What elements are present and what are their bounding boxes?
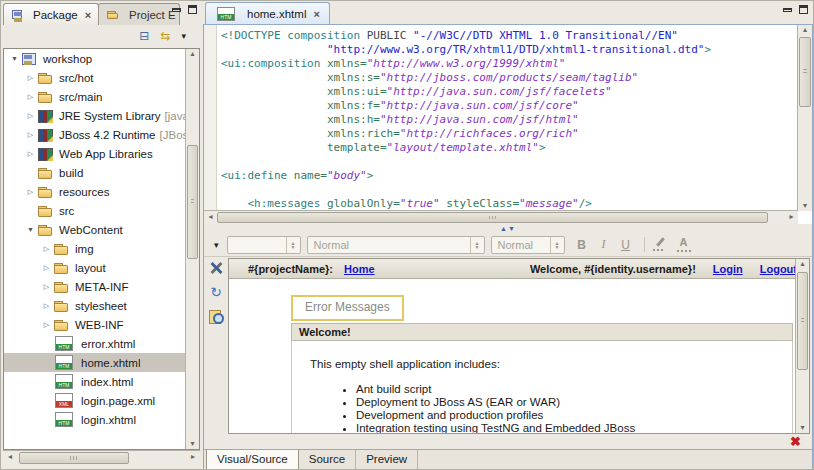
tree-item-meta-inf[interactable]: ▷META-INF bbox=[4, 277, 199, 296]
tree-horizontal-scrollbar[interactable]: ◂ ▸ bbox=[3, 450, 200, 465]
close-icon[interactable]: × bbox=[85, 9, 91, 21]
login-link[interactable]: Login bbox=[713, 263, 743, 275]
tree-item-img[interactable]: ▷img bbox=[4, 239, 199, 258]
font-color-icon[interactable]: A bbox=[676, 237, 692, 252]
toolbar-menu-icon[interactable]: ▾ bbox=[214, 240, 219, 250]
spinner-icon[interactable]: ▲▼ bbox=[470, 237, 484, 253]
scroll-down-icon[interactable]: ▾ bbox=[798, 202, 812, 210]
tree-item-login-xhtml[interactable]: login.xhtml bbox=[4, 410, 199, 429]
tree-item-home-xhtml[interactable]: home.xhtml bbox=[4, 353, 199, 372]
bold-button[interactable]: B bbox=[571, 238, 593, 252]
scroll-up-icon[interactable]: ▴ bbox=[796, 260, 809, 268]
scroll-left-icon[interactable]: ◂ bbox=[206, 213, 215, 221]
tab-source[interactable]: Source bbox=[299, 450, 356, 470]
view-menu-icon[interactable]: ▾ bbox=[181, 30, 186, 42]
expander-icon[interactable]: ▷ bbox=[24, 74, 37, 82]
tree-item-webcontent[interactable]: ▼WebContent bbox=[4, 220, 199, 239]
logout-link[interactable]: Logout bbox=[760, 263, 797, 275]
scroll-down-icon[interactable]: ▾ bbox=[186, 440, 199, 448]
code-vertical-scrollbar[interactable]: ▴ ▾ bbox=[797, 25, 812, 211]
scroll-left-icon[interactable]: ◂ bbox=[5, 453, 15, 461]
project-tree[interactable]: ▼workshop▷src/hot▷src/main▷JRE System Li… bbox=[3, 48, 200, 450]
minimize-icon[interactable] bbox=[783, 8, 792, 12]
expander-icon[interactable]: ▷ bbox=[24, 112, 37, 120]
tree-item-src-hot[interactable]: ▷src/hot bbox=[4, 68, 199, 87]
tab-project-explorer[interactable]: Project E bbox=[98, 3, 180, 25]
canvas-vertical-scrollbar[interactable]: ▴ ▾ bbox=[795, 259, 809, 433]
maximize-icon[interactable] bbox=[799, 5, 808, 14]
tree-item-error-xhtml[interactable]: error.xhtml bbox=[4, 334, 199, 353]
scrollbar-thumb[interactable] bbox=[217, 212, 768, 223]
error-marker-icon[interactable]: ✖ bbox=[790, 435, 801, 448]
visual-page-canvas[interactable]: #{projectName}: Home Welcome, #{identity… bbox=[228, 258, 810, 434]
link-with-editor-icon[interactable]: ⇆ bbox=[160, 30, 170, 42]
underline-button[interactable]: U bbox=[615, 238, 637, 252]
scrollbar-thumb[interactable] bbox=[799, 37, 811, 107]
scroll-down-icon[interactable]: ▾ bbox=[796, 424, 809, 432]
font-size-combobox[interactable]: Normal ▲▼ bbox=[491, 236, 565, 254]
tree-item-workshop[interactable]: ▼workshop bbox=[4, 49, 199, 68]
show-selection-bar-icon[interactable] bbox=[208, 308, 225, 325]
tree-item-jboss-4-2-runtime[interactable]: ▷JBoss 4.2 Runtime[JBoss 4. bbox=[4, 125, 199, 144]
expander-icon[interactable]: ▷ bbox=[40, 321, 53, 329]
tree-item-build[interactable]: build bbox=[4, 163, 199, 182]
expander-icon[interactable]: ▷ bbox=[40, 245, 53, 253]
tree-item-src-main[interactable]: ▷src/main bbox=[4, 87, 199, 106]
tree-item-resources[interactable]: ▷resources bbox=[4, 182, 199, 201]
paragraph-format-combobox[interactable]: Normal ▲▼ bbox=[307, 236, 485, 254]
expander-icon[interactable]: ▷ bbox=[24, 150, 37, 158]
welcome-panel: Welcome! This empty shell application in… bbox=[291, 323, 793, 434]
highlight-color-icon[interactable] bbox=[652, 237, 668, 252]
spinner-icon[interactable]: ▲▼ bbox=[550, 237, 564, 253]
code-line bbox=[221, 155, 797, 169]
scrollbar-thumb[interactable] bbox=[797, 272, 808, 370]
maximize-icon[interactable] bbox=[188, 5, 197, 14]
tree-item-jre-system-library[interactable]: ▷JRE System Library[java-1.5 bbox=[4, 106, 199, 125]
tab-preview[interactable]: Preview bbox=[356, 450, 418, 470]
scroll-up-icon[interactable]: ▴ bbox=[798, 26, 812, 34]
editor-tab-home-xhtml[interactable]: home.xhtml × bbox=[205, 2, 330, 24]
scroll-up-icon[interactable]: ▴ bbox=[186, 50, 199, 58]
page-design-options-icon[interactable] bbox=[208, 260, 225, 277]
expander-icon[interactable]: ▷ bbox=[40, 283, 53, 291]
tree-item-index-html[interactable]: index.html bbox=[4, 372, 199, 391]
expander-icon[interactable]: ▷ bbox=[24, 188, 37, 196]
expander-icon[interactable]: ▷ bbox=[40, 264, 53, 272]
scroll-right-icon[interactable]: ▸ bbox=[787, 213, 796, 221]
code-content[interactable]: <!DOCTYPE composition PUBLIC "-//W3C//DT… bbox=[221, 29, 797, 211]
expander-icon[interactable]: ▷ bbox=[24, 131, 37, 139]
minimize-icon[interactable] bbox=[172, 8, 181, 12]
collapse-all-icon[interactable]: ⊟ bbox=[139, 30, 149, 42]
expander-icon[interactable]: ▼ bbox=[8, 55, 21, 62]
expander-icon[interactable]: ▼ bbox=[24, 226, 37, 233]
scrollbar-thumb[interactable] bbox=[19, 452, 129, 464]
tree-item-label: META-INF bbox=[75, 281, 128, 293]
expander-icon[interactable]: ▷ bbox=[40, 302, 53, 310]
tab-visual-source[interactable]: Visual/Source bbox=[206, 450, 299, 470]
close-icon[interactable]: × bbox=[313, 8, 319, 20]
error-messages-placeholder[interactable]: Error Messages bbox=[291, 295, 404, 321]
scrollbar-thumb[interactable] bbox=[187, 145, 198, 259]
code-line: template="layout/template.xhtml"> bbox=[221, 141, 797, 155]
code-horizontal-scrollbar[interactable]: ◂ ▸ bbox=[204, 210, 798, 224]
tab-package-explorer[interactable]: Package × bbox=[3, 3, 99, 25]
tree-item-login-page-xml[interactable]: login.page.xml bbox=[4, 391, 199, 410]
project-icon bbox=[21, 52, 37, 66]
home-link[interactable]: Home bbox=[344, 263, 375, 275]
tree-item-layout[interactable]: ▷layout bbox=[4, 258, 199, 277]
tree-vertical-scrollbar[interactable]: ▴ ▾ bbox=[185, 49, 199, 449]
tree-item-web-app-libraries[interactable]: ▷Web App Libraries bbox=[4, 144, 199, 163]
expander-icon[interactable]: ▷ bbox=[24, 93, 37, 101]
split-sash-handle[interactable]: ▲▼ bbox=[204, 224, 812, 233]
tree-item-src[interactable]: src bbox=[4, 201, 199, 220]
tree-item-label: JBoss 4.2 Runtime bbox=[59, 129, 156, 141]
folder-icon bbox=[37, 185, 53, 199]
spinner-icon[interactable]: ▲▼ bbox=[286, 237, 300, 253]
tree-item-stylesheet[interactable]: ▷stylesheet bbox=[4, 296, 199, 315]
scroll-right-icon[interactable]: ▸ bbox=[188, 453, 198, 461]
source-editor[interactable]: <!DOCTYPE composition PUBLIC "-//W3C//DT… bbox=[204, 25, 812, 224]
tree-item-web-inf[interactable]: ▷WEB-INF bbox=[4, 315, 199, 334]
refresh-icon[interactable]: ↻ bbox=[208, 284, 225, 301]
italic-button[interactable]: I bbox=[593, 237, 615, 252]
style-class-combobox[interactable]: ▲▼ bbox=[227, 236, 301, 254]
